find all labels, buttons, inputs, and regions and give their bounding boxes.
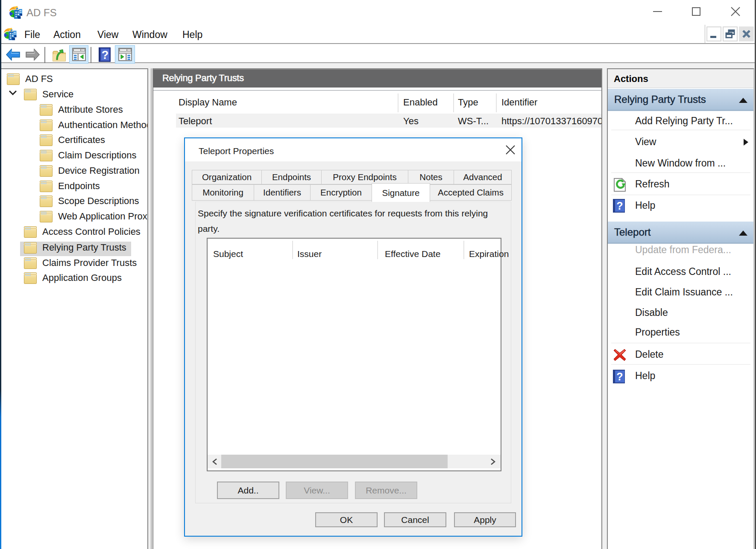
svg-text:?: ? (616, 200, 623, 212)
svg-text:?: ? (102, 49, 109, 61)
svg-text:?: ? (616, 371, 623, 383)
